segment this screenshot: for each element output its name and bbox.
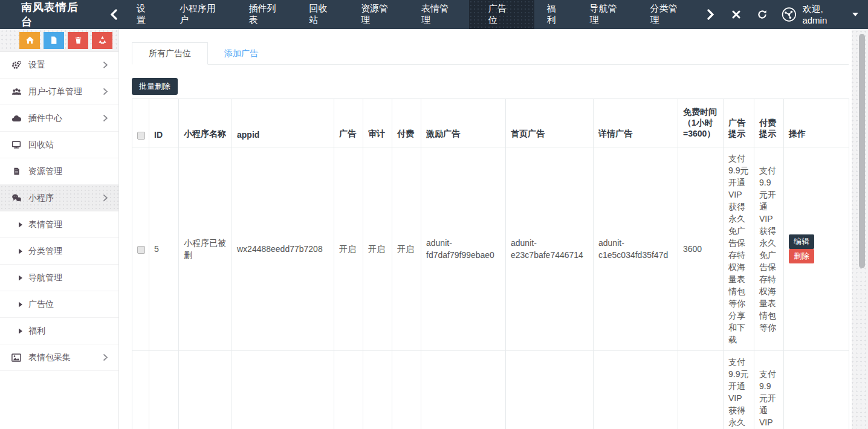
sidebar-item-label: 设置 [28,60,102,71]
file-toolbar-button[interactable] [44,32,64,49]
sidebar-item-8[interactable]: 导航管理 [0,265,118,291]
top-nav-item-2[interactable]: 插件列表 [236,0,297,29]
cell-id: 5 [149,147,179,351]
sidebar-item-0[interactable]: 设置 [0,52,118,79]
tab-1[interactable]: 添加广告 [208,42,274,65]
cell-ad: 开启 [334,147,363,351]
sidebar-item-label: 小程序 [28,193,102,204]
top-nav-item-3[interactable]: 回收站 [297,0,349,29]
users-icon [11,87,22,96]
bulk-delete-button[interactable]: 批量删除 [132,78,178,95]
nav-scroll-right-button[interactable] [698,9,724,20]
sidebar-item-label: 插件中心 [28,113,102,124]
cell-name [179,351,232,429]
table-row: 5小程序已被删wx24488eedd77b7208开启开启开启adunit-fd… [132,147,849,351]
cell-detail_ad [594,351,678,429]
cell-paid [392,351,421,429]
chevron-right-icon [102,61,109,69]
sidebar-item-5[interactable]: 小程序 [0,185,118,211]
cell-actions [784,351,849,429]
edit-button[interactable]: 编辑 [789,234,814,249]
caret-right-icon [18,248,23,254]
column-header-paid_tip: 付费提示 [754,99,784,147]
top-nav-item-6[interactable]: 广告位 [469,0,534,29]
column-header-check [132,99,149,147]
sidebar-item-6[interactable]: 表情管理 [0,211,118,238]
sidebar-item-label: 用户-订单管理 [28,86,102,97]
file-icon [50,36,58,45]
sidebar-item-1[interactable]: 用户-订单管理 [0,79,118,105]
column-header-detail_ad: 详情广告 [594,99,678,147]
sidebar-item-11[interactable]: 表情包采集 [0,344,118,371]
cell-actions: 编辑删除 [784,147,849,351]
delete-button[interactable]: 删除 [789,249,814,263]
sidebar-item-7[interactable]: 分类管理 [0,238,118,265]
ad-slots-table: ID小程序名称appid广告审计付费激励广告首页广告详情广告免费时间 （1小时 … [132,98,849,429]
chevron-right-icon [707,9,715,20]
doc-icon [11,167,22,176]
cell-audit: 开启 [363,147,392,351]
home-toolbar-button[interactable] [19,32,40,49]
sidebar-item-label: 回收站 [28,140,109,150]
top-nav-item-8[interactable]: 导航管理 [577,0,638,29]
column-header-actions: 操作 [784,99,849,147]
trash-toolbar-button[interactable] [68,32,88,49]
sidebar-item-9[interactable]: 广告位 [0,291,118,318]
chevron-left-icon [109,9,118,20]
recycle-toolbar-button[interactable] [92,32,112,49]
sidebar-item-label: 表情包采集 [28,352,102,363]
column-header-ad: 广告 [334,99,363,147]
caret-right-icon [18,328,23,334]
nav-scroll-left-button[interactable] [103,0,124,29]
cell-check [132,351,149,429]
tab-0[interactable]: 所有广告位 [132,42,208,65]
cell-id [149,351,179,429]
chevron-right-icon [102,353,109,361]
cell-audit [363,351,392,429]
welcome-text: 欢迎, admin [802,4,848,25]
cell-reward_ad [421,351,506,429]
cell-appid: wx24488eedd77b7208 [232,147,334,351]
select-all-checkbox[interactable] [137,132,145,140]
column-header-free_time: 免费时间 （1小时 =3600） [678,99,724,147]
sidebar-item-label: 表情管理 [28,219,109,230]
wechat-icon [11,193,22,202]
cell-free_time [678,351,724,429]
chevron-right-icon [102,114,109,122]
user-menu[interactable]: 欢迎, admin [782,4,858,25]
image-icon [11,353,22,362]
top-nav-item-5[interactable]: 表情管理 [409,0,469,29]
trash-icon [74,36,82,45]
chevron-right-icon [102,194,109,202]
recycle-icon [98,36,107,45]
tab-bar: 所有广告位添加广告 [132,42,849,65]
column-header-reward_ad: 激励广告 [421,99,506,147]
cell-home_ad: adunit-e23c7bafe7446714 [506,147,594,351]
caret-right-icon [18,302,23,308]
vertical-scrollbar[interactable] [859,34,865,268]
cell-detail_ad: adunit-c1e5c034fd35f47d [594,147,678,351]
main-content: 所有广告位添加广告 批量删除 ID小程序名称appid广告审计付费激励广告首页广… [119,29,852,429]
close-icon [732,10,740,19]
column-header-id: ID [149,99,179,147]
top-nav-item-9[interactable]: 分类管理 [638,0,698,29]
close-tab-button[interactable] [724,10,749,19]
column-header-home_ad: 首页广告 [506,99,594,147]
sidebar-item-10[interactable]: 福利 [0,318,118,344]
table-header-row: ID小程序名称appid广告审计付费激励广告首页广告详情广告免费时间 （1小时 … [132,99,849,147]
cell-name: 小程序已被删 [179,147,232,351]
sidebar-item-3[interactable]: 回收站 [0,132,118,158]
top-nav-item-0[interactable]: 设置 [124,0,167,29]
top-nav-item-4[interactable]: 资源管理 [348,0,409,29]
refresh-tab-button[interactable] [749,10,776,19]
cell-paid_tip: 支付9.9元开通VIP获得永久免广告保存特权海量表情包等你 [754,351,784,429]
sidebar-item-2[interactable]: 插件中心 [0,105,118,132]
cloud-icon [11,114,22,122]
sidebar-menu: 设置用户-订单管理插件中心回收站资源管理小程序表情管理分类管理导航管理广告位福利… [0,52,118,371]
sidebar-item-4[interactable]: 资源管理 [0,158,118,185]
nav-right-group: 欢迎, admin [698,0,868,29]
cell-free_time: 3600 [678,147,724,351]
row-checkbox[interactable] [137,246,145,254]
top-nav-item-1[interactable]: 小程序用户 [167,0,236,29]
top-nav-item-7[interactable]: 福利 [534,0,577,29]
